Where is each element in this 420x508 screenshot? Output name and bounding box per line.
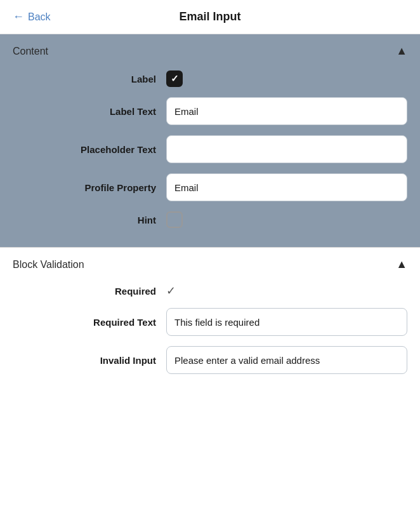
back-button[interactable]: ← Back bbox=[13, 10, 51, 23]
invalid-input-row: Invalid Input bbox=[13, 346, 407, 374]
required-text-row: Required Text bbox=[13, 308, 407, 336]
validation-form: Required ✓ Required Text Invalid Input bbox=[13, 284, 407, 374]
label-toggle-row: Label bbox=[13, 70, 407, 87]
profile-property-input[interactable] bbox=[166, 173, 407, 201]
label-checkbox-wrapper bbox=[166, 70, 407, 87]
content-form: Label Label Text Placeholder Text Profil… bbox=[13, 70, 407, 228]
profile-property-row: Profile Property bbox=[13, 173, 407, 201]
page-title: Email Input bbox=[179, 10, 240, 23]
content-section-title: Content bbox=[13, 46, 48, 57]
placeholder-text-label: Placeholder Text bbox=[67, 144, 156, 155]
content-section: Content ▲ Label Label Text Placeholder T… bbox=[0, 34, 420, 247]
label-checkbox[interactable] bbox=[166, 70, 183, 87]
label-text-label: Label Text bbox=[67, 106, 156, 117]
required-toggle-row: Required ✓ bbox=[13, 284, 407, 298]
required-text-label: Required Text bbox=[67, 317, 156, 328]
invalid-input-input[interactable] bbox=[166, 346, 407, 374]
back-arrow-icon: ← bbox=[13, 10, 24, 23]
validation-section-header: Block Validation ▲ bbox=[13, 248, 407, 284]
hint-toggle-label: Hint bbox=[67, 215, 156, 225]
content-section-header: Content ▲ bbox=[13, 34, 407, 70]
profile-property-label: Profile Property bbox=[67, 182, 156, 193]
required-checkmark-icon[interactable]: ✓ bbox=[166, 284, 176, 298]
required-checkmark-wrapper: ✓ bbox=[166, 284, 407, 298]
hint-checkbox[interactable] bbox=[166, 211, 183, 228]
placeholder-text-row: Placeholder Text bbox=[13, 135, 407, 163]
hint-toggle-row: Hint bbox=[13, 211, 407, 228]
validation-chevron-icon[interactable]: ▲ bbox=[396, 258, 407, 271]
back-label: Back bbox=[28, 11, 51, 23]
invalid-input-label: Invalid Input bbox=[67, 355, 156, 366]
required-text-input[interactable] bbox=[166, 308, 407, 336]
validation-section: Block Validation ▲ Required ✓ Required T… bbox=[0, 248, 420, 393]
content-chevron-icon[interactable]: ▲ bbox=[396, 44, 407, 58]
validation-section-title: Block Validation bbox=[13, 259, 84, 271]
label-toggle-label: Label bbox=[67, 74, 156, 84]
placeholder-text-input[interactable] bbox=[166, 135, 407, 163]
required-toggle-label: Required bbox=[67, 286, 156, 297]
hint-checkbox-wrapper bbox=[166, 211, 407, 228]
label-text-row: Label Text bbox=[13, 97, 407, 125]
header: ← Back Email Input bbox=[0, 0, 420, 34]
label-text-input[interactable] bbox=[166, 97, 407, 125]
